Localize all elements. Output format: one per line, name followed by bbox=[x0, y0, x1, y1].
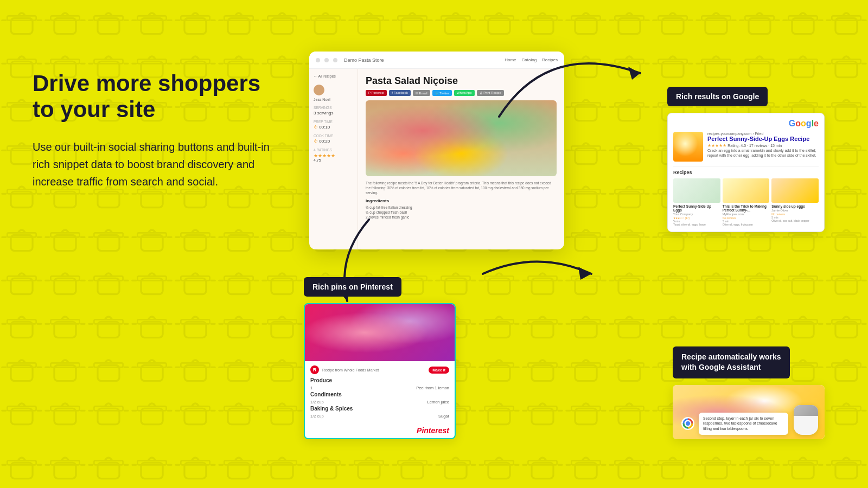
svg-marker-4 bbox=[628, 67, 640, 80]
condiment-name: Lemon juice bbox=[427, 400, 449, 404]
back-link: ← All recipes bbox=[314, 74, 353, 78]
pinterest-baking-title: Baking & Spices bbox=[310, 406, 449, 412]
assistant-device bbox=[794, 405, 818, 435]
rating-value: 4.75 bbox=[314, 158, 353, 162]
google-recipe-item-3: Sunny side up eggs Jamie Oliver No revie… bbox=[771, 178, 819, 226]
assistant-logo-svg bbox=[680, 416, 695, 431]
google-recipe-title-2: This is the Trick to Making Perfect Sunn… bbox=[723, 204, 770, 212]
google-recipe-source-1: Your Company bbox=[673, 213, 720, 216]
pinterest-label: Rich pins on Pinterest bbox=[304, 277, 401, 297]
author-avatar bbox=[314, 85, 324, 95]
pinterest-hero-image bbox=[305, 304, 455, 361]
body-text: Use our built-in social sharing buttons … bbox=[33, 138, 282, 190]
ingredient-1: ½ cup fat-free Italian dressing bbox=[366, 206, 557, 209]
google-result-box: Google recipes.yourcompany.com › Fried P… bbox=[667, 113, 825, 232]
produce-qty: 1 bbox=[310, 386, 312, 390]
prep-value: ⏱ 00:10 bbox=[314, 125, 353, 130]
google-thumb-2 bbox=[723, 178, 770, 203]
email-share[interactable]: ✉ Email bbox=[413, 90, 430, 96]
pinterest-body: R Recipe from Whole Foods Market Make it… bbox=[305, 361, 455, 424]
facebook-share[interactable]: f Facebook bbox=[389, 90, 411, 96]
nav-dot-3 bbox=[333, 58, 337, 62]
arrow-bottom-right-svg bbox=[472, 239, 608, 309]
g-letter-1: G bbox=[789, 119, 795, 129]
google-recipe-item-2: This is the Trick to Making Perfect Sunn… bbox=[723, 178, 770, 226]
assistant-card: Second step, layer in each jar six to se… bbox=[673, 385, 825, 439]
google-result-text: recipes.yourcompany.com › Fried Perfect … bbox=[707, 132, 819, 158]
pinterest-produce-title: Produce bbox=[310, 377, 449, 383]
google-recipe-title: Perfect Sunny-Side-Up Eggs Recipe bbox=[707, 136, 819, 142]
nav-dot-1 bbox=[316, 58, 320, 62]
assistant-label: Recipe automatically works with Google A… bbox=[673, 346, 790, 378]
g-letter-3: o bbox=[801, 119, 806, 129]
g-letter-4: g bbox=[806, 119, 812, 129]
google-label: Rich results on Google bbox=[667, 87, 768, 106]
google-recipe-source-3: Jamie Oliver bbox=[771, 209, 819, 212]
assistant-text-bubble: Second step, layer in each jar six to se… bbox=[699, 413, 788, 435]
google-recipe-source-2: MyRecipes.com bbox=[723, 213, 770, 216]
google-description: Crack an egg into a small ramekin and sl… bbox=[707, 148, 819, 158]
google-star-icons: ★★★★★ bbox=[707, 143, 726, 148]
google-recipe-item-1: Perfect Sunny-Side Up Eggs Your Company … bbox=[673, 178, 720, 226]
google-logo: Google bbox=[673, 119, 819, 129]
google-food-image-inner bbox=[673, 132, 703, 162]
pinterest-card: R Recipe from Whole Foods Market Make it… bbox=[304, 303, 456, 439]
pinterest-baking-item: 1/2 cup Sugar bbox=[310, 414, 449, 419]
servings-label: Servings bbox=[314, 106, 353, 110]
pinterest-condiment-item: 1/2 cup Lemon juice bbox=[310, 400, 449, 404]
svg-point-9 bbox=[686, 421, 690, 426]
pinterest-hero bbox=[305, 304, 455, 361]
google-recipes-grid: Perfect Sunny-Side Up Eggs Your Company … bbox=[673, 178, 819, 226]
pinterest-wordmark: Pinterest bbox=[417, 426, 449, 435]
google-recipes-label: Recipes bbox=[673, 170, 819, 175]
servings-value: 3 servings bbox=[314, 111, 353, 115]
whatsapp-share[interactable]: WhatsApp bbox=[454, 90, 475, 96]
svg-marker-6 bbox=[578, 267, 591, 280]
assistant-device-top bbox=[794, 405, 818, 416]
pinterest-logo-small: R bbox=[310, 365, 319, 374]
google-thumb-3 bbox=[771, 178, 819, 203]
google-recipe-tags-1: Toast, olive oil, eggs, leave bbox=[673, 223, 720, 226]
prep-label: Prep time bbox=[314, 120, 353, 124]
pinterest-share[interactable]: P Pinterest bbox=[366, 90, 387, 96]
google-result-top: recipes.yourcompany.com › Fried Perfect … bbox=[673, 132, 819, 162]
google-thumb-1 bbox=[673, 178, 720, 203]
store-name: Demo Pasta Store bbox=[344, 57, 384, 63]
produce-name: Peel from 1 lemon bbox=[416, 386, 449, 390]
google-url: recipes.yourcompany.com › Fried bbox=[707, 132, 819, 136]
google-stars: ★★★★★ Rating: 4.5 · 17 reviews · 15 min bbox=[707, 143, 819, 148]
google-recipe-tags-2: Olive oil, eggs, frying pan bbox=[723, 223, 770, 226]
pinterest-produce-item: 1 Peel from 1 lemon bbox=[310, 386, 449, 390]
google-food-image bbox=[673, 132, 703, 162]
assistant-bubble-text: Second step, layer in each jar six to se… bbox=[703, 416, 777, 431]
assistant-section: Recipe automatically works with Google A… bbox=[673, 346, 825, 439]
g-letter-6: e bbox=[814, 119, 819, 129]
arrow-top-svg bbox=[483, 30, 656, 127]
assistant-hero: Second step, layer in each jar six to se… bbox=[673, 385, 825, 439]
arrow-bottom-right bbox=[472, 239, 608, 309]
twitter-share[interactable]: 🐦 Twitter bbox=[432, 90, 452, 96]
recipe-description: The following recipe meets the '5 A Day … bbox=[366, 181, 557, 195]
google-card-section: Rich results on Google Google recipes.yo… bbox=[667, 87, 825, 232]
ingredients-heading: Ingredients bbox=[366, 198, 557, 203]
nav-dot-2 bbox=[324, 58, 329, 62]
pinterest-recipe-from: R Recipe from Whole Foods Market Make it bbox=[310, 365, 449, 374]
google-recipe-tags-3: Olive oil, sea salt, black pepper bbox=[771, 219, 819, 222]
assistant-logo bbox=[680, 416, 695, 431]
pinterest-condiments-title: Condiments bbox=[310, 391, 449, 397]
condiment-qty: 1/2 cup bbox=[310, 400, 324, 404]
pinterest-section: Rich pins on Pinterest R Recipe from Who… bbox=[304, 277, 456, 439]
arrow-top bbox=[483, 30, 656, 127]
cook-label: Cook time bbox=[314, 134, 353, 138]
recipe-stars: ★★★★★ bbox=[314, 153, 353, 158]
google-rating-text: Rating: 4.5 · 17 reviews · 15 min bbox=[727, 144, 782, 147]
cook-value: ⏱ 00:20 bbox=[314, 139, 353, 144]
google-recipe-title-3: Sunny side up eggs bbox=[771, 204, 819, 208]
left-panel: Drive more shoppers to your site Use our… bbox=[33, 70, 282, 190]
main-heading: Drive more shoppers to your site bbox=[33, 70, 282, 123]
pinterest-make-btn[interactable]: Make it bbox=[429, 367, 449, 374]
author-name: Jess Noel bbox=[314, 98, 353, 101]
pinterest-from-text: Recipe from Whole Foods Market bbox=[322, 368, 379, 372]
rating-label: 4 Ratings bbox=[314, 148, 353, 152]
baking-qty: 1/2 cup bbox=[310, 414, 324, 419]
